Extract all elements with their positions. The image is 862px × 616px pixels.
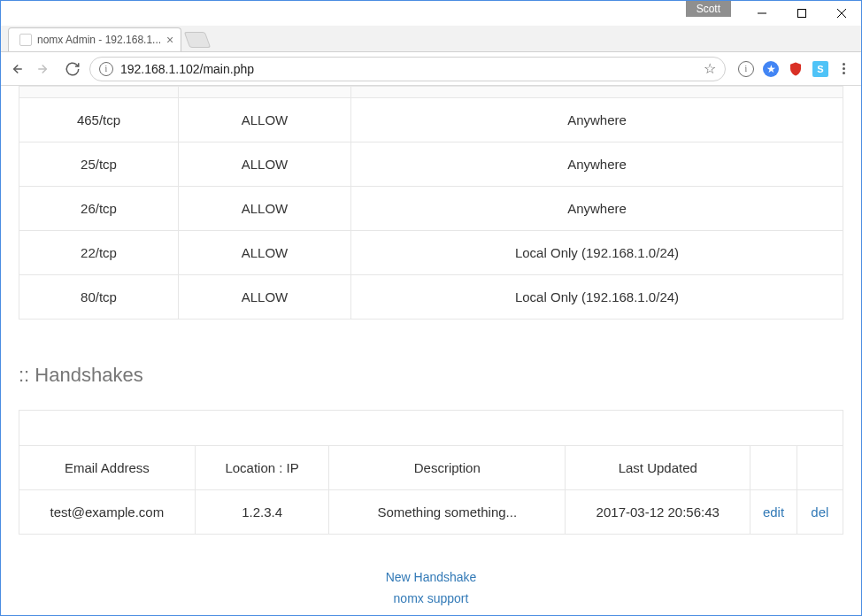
fw-action: ALLOW — [179, 98, 351, 142]
table-row: 22/tcp ALLOW Local Only (192.168.1.0/24) — [19, 231, 843, 275]
user-badge: Scott — [686, 1, 731, 17]
th-updated: Last Updated — [566, 446, 750, 490]
table-row: test@example.com 1.2.3.4 Something somet… — [19, 490, 843, 535]
fw-action: ALLOW — [179, 142, 351, 187]
extension-s-icon[interactable]: S — [812, 61, 828, 77]
th-email: Email Address — [19, 446, 196, 490]
fw-from: Local Only (192.168.1.0/24) — [351, 231, 843, 275]
forward-button[interactable] — [36, 61, 52, 77]
table-row: 80/tcp ALLOW Local Only (192.168.1.0/24) — [19, 275, 843, 320]
bookmark-star-icon[interactable]: ☆ — [704, 60, 716, 77]
chrome-menu-button[interactable] — [837, 63, 850, 74]
th-ip: Location : IP — [195, 446, 329, 490]
delete-link[interactable]: del — [811, 504, 828, 520]
fw-port: 26/tcp — [19, 187, 179, 231]
th-desc: Description — [329, 446, 566, 490]
tab-title: nomx Admin - 192.168.1... — [37, 34, 161, 46]
handshakes-heading: :: Handshakes — [19, 364, 843, 387]
hs-email: test@example.com — [19, 490, 196, 535]
tab-strip: nomx Admin - 192.168.1... × — [1, 26, 861, 52]
address-bar[interactable]: i 192.168.1.102/main.php ☆ — [89, 57, 726, 81]
page-content: 465/tcp ALLOW Anywhere 25/tcp ALLOW Anyw… — [1, 86, 861, 615]
table-row: 465/tcp ALLOW Anywhere — [19, 98, 843, 142]
fw-port: 80/tcp — [19, 275, 179, 320]
tab-close-icon[interactable]: × — [166, 33, 173, 47]
handshakes-table: Email Address Location : IP Description … — [19, 410, 843, 535]
browser-window: Scott nomx Admin - 192.168.1... × — [0, 0, 862, 616]
edit-link[interactable]: edit — [763, 504, 784, 520]
browser-tab[interactable]: nomx Admin - 192.168.1... × — [8, 27, 181, 51]
new-tab-button[interactable] — [184, 32, 212, 48]
table-header-row: Email Address Location : IP Description … — [19, 446, 843, 490]
svg-rect-1 — [797, 10, 805, 18]
browser-toolbar: i 192.168.1.102/main.php ☆ i ★ S — [1, 52, 861, 86]
page-viewport[interactable]: 465/tcp ALLOW Anywhere 25/tcp ALLOW Anyw… — [1, 86, 861, 615]
table-row: 25/tcp ALLOW Anywhere — [19, 142, 843, 187]
new-handshake-link[interactable]: New Handshake — [19, 570, 843, 584]
reload-button[interactable] — [65, 61, 81, 77]
fw-port: 25/tcp — [19, 142, 179, 187]
hs-ip: 1.2.3.4 — [195, 490, 329, 535]
extension-shield-icon[interactable] — [788, 61, 804, 77]
close-button[interactable] — [821, 1, 861, 26]
support-link[interactable]: nomx support — [19, 591, 843, 605]
fw-port: 465/tcp — [19, 98, 179, 142]
toolbar-extensions: i ★ S — [735, 61, 854, 77]
hs-updated: 2017-03-12 20:56:43 — [566, 490, 750, 535]
fw-action: ALLOW — [179, 231, 351, 275]
fw-from: Local Only (192.168.1.0/24) — [351, 275, 843, 320]
nav-arrows — [8, 61, 81, 77]
fw-action: ALLOW — [179, 275, 351, 320]
maximize-button[interactable] — [781, 1, 821, 26]
url-text: 192.168.1.102/main.php — [120, 62, 697, 76]
fw-from: Anywhere — [351, 187, 843, 231]
extension-info-icon[interactable]: i — [738, 61, 754, 77]
hs-desc: Something something... — [329, 490, 566, 535]
extension-star-icon[interactable]: ★ — [763, 61, 779, 77]
back-button[interactable] — [8, 61, 24, 77]
table-row: 26/tcp ALLOW Anywhere — [19, 187, 843, 231]
site-info-icon[interactable]: i — [99, 62, 113, 76]
fw-action: ALLOW — [179, 187, 351, 231]
fw-from: Anywhere — [351, 98, 843, 142]
fw-from: Anywhere — [351, 142, 843, 187]
bottom-links: New Handshake nomx support — [19, 570, 843, 605]
firewall-table: 465/tcp ALLOW Anywhere 25/tcp ALLOW Anyw… — [19, 86, 843, 320]
minimize-button[interactable] — [742, 1, 781, 26]
window-controls — [742, 1, 861, 26]
window-titlebar: Scott — [1, 1, 861, 26]
favicon-icon — [19, 34, 32, 46]
fw-port: 22/tcp — [19, 231, 179, 275]
